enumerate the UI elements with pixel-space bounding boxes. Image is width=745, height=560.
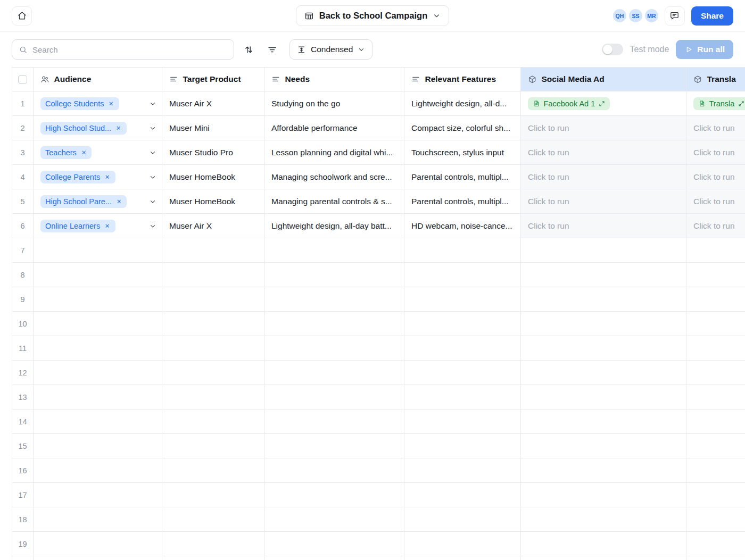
empty-cell[interactable] [404,458,521,482]
avatar[interactable]: QH [613,9,626,22]
column-header-needs[interactable]: Needs [264,68,404,91]
empty-cell[interactable] [264,483,404,507]
audience-tag[interactable]: Teachers [40,146,92,159]
empty-cell[interactable] [686,458,745,482]
needs-cell[interactable]: Managing parental controls & s... [264,189,404,213]
audience-cell[interactable]: College Students [34,91,162,115]
row-number[interactable]: 1 [12,91,34,115]
empty-cell[interactable] [264,312,404,336]
chevron-down-icon[interactable] [149,173,156,181]
row-number[interactable]: 3 [12,140,34,164]
row-number[interactable]: 18 [12,507,34,531]
empty-cell[interactable] [162,287,264,311]
relevant-features-cell[interactable]: HD webcam, noise-cance... [404,214,521,238]
relevant-features-cell[interactable]: Compact size, colorful sh... [404,116,521,140]
empty-cell[interactable] [404,238,521,262]
chevron-down-icon[interactable] [149,222,156,230]
search-input[interactable] [32,45,227,54]
empty-cell[interactable] [404,409,521,433]
remove-tag-icon[interactable] [108,101,114,107]
row-number[interactable]: 4 [12,165,34,189]
row-number[interactable]: 11 [12,336,34,360]
social-media-ad-cell[interactable]: Click to run [521,189,686,213]
result-chip[interactable]: Facebook Ad 1 [528,97,610,110]
needs-cell[interactable]: Lightweight design, all-day batt... [264,214,404,238]
empty-cell[interactable] [521,336,686,360]
empty-cell[interactable] [404,532,521,556]
audience-tag[interactable]: High School Stud... [40,122,127,135]
chevron-down-icon[interactable] [149,198,156,205]
empty-cell[interactable] [686,409,745,433]
target-product-cell[interactable]: Muser HomeBook [162,165,264,189]
row-number[interactable]: 20 [12,556,34,560]
empty-cell[interactable] [264,458,404,482]
empty-cell[interactable] [521,434,686,458]
empty-cell[interactable] [264,238,404,262]
remove-tag-icon[interactable] [104,223,111,229]
target-product-cell[interactable]: Muser Mini [162,116,264,140]
sort-button[interactable] [239,40,258,58]
empty-cell[interactable] [521,507,686,531]
expand-icon[interactable] [599,101,605,107]
empty-cell[interactable] [34,483,162,507]
audience-cell[interactable]: High School Pare... [34,189,162,213]
row-number[interactable]: 13 [12,385,34,409]
column-header-audience[interactable]: Audience [34,68,162,91]
empty-cell[interactable] [521,532,686,556]
empty-cell[interactable] [264,434,404,458]
empty-cell[interactable] [34,458,162,482]
empty-cell[interactable] [521,287,686,311]
row-number[interactable]: 9 [12,287,34,311]
needs-cell[interactable]: Managing schoolwork and scre... [264,165,404,189]
empty-cell[interactable] [521,385,686,409]
social-media-ad-cell[interactable]: Facebook Ad 1 [521,91,686,115]
empty-cell[interactable] [521,361,686,385]
empty-cell[interactable] [34,336,162,360]
empty-cell[interactable] [521,312,686,336]
row-number[interactable]: 17 [12,483,34,507]
social-media-ad-cell[interactable]: Click to run [521,140,686,164]
row-number[interactable]: 7 [12,238,34,262]
empty-cell[interactable] [521,238,686,262]
empty-cell[interactable] [521,409,686,433]
social-media-ad-cell[interactable]: Click to run [521,214,686,238]
empty-cell[interactable] [404,312,521,336]
relevant-features-cell[interactable]: Lightweight design, all-d... [404,91,521,115]
translate-cell[interactable]: Click to run [686,189,745,213]
social-media-ad-cell[interactable]: Click to run [521,165,686,189]
column-header-transla[interactable]: Transla [686,68,745,91]
column-header-target-product[interactable]: Target Product [162,68,264,91]
empty-cell[interactable] [34,238,162,262]
empty-cell[interactable] [162,238,264,262]
result-chip[interactable]: Transla [693,97,745,110]
empty-cell[interactable] [404,507,521,531]
test-mode-toggle[interactable] [602,44,623,55]
row-number[interactable]: 6 [12,214,34,238]
row-number[interactable]: 10 [12,312,34,336]
empty-cell[interactable] [162,263,264,287]
empty-cell[interactable] [162,507,264,531]
empty-cell[interactable] [686,532,745,556]
empty-cell[interactable] [162,556,264,560]
empty-cell[interactable] [264,409,404,433]
audience-cell[interactable]: Online Learners [34,214,162,238]
audience-cell[interactable]: High School Stud... [34,116,162,140]
row-number[interactable]: 8 [12,263,34,287]
empty-cell[interactable] [521,458,686,482]
home-button[interactable] [12,6,32,26]
empty-cell[interactable] [686,336,745,360]
remove-tag-icon[interactable] [104,174,111,180]
remove-tag-icon[interactable] [116,198,122,205]
empty-cell[interactable] [264,361,404,385]
empty-cell[interactable] [404,483,521,507]
translate-cell[interactable]: Click to run [686,214,745,238]
empty-cell[interactable] [264,385,404,409]
empty-cell[interactable] [34,312,162,336]
empty-cell[interactable] [686,361,745,385]
empty-cell[interactable] [34,263,162,287]
empty-cell[interactable] [162,361,264,385]
empty-cell[interactable] [686,434,745,458]
needs-cell[interactable]: Lesson planning and digital whi... [264,140,404,164]
audience-cell[interactable]: Teachers [34,140,162,164]
translate-cell[interactable]: Click to run [686,140,745,164]
